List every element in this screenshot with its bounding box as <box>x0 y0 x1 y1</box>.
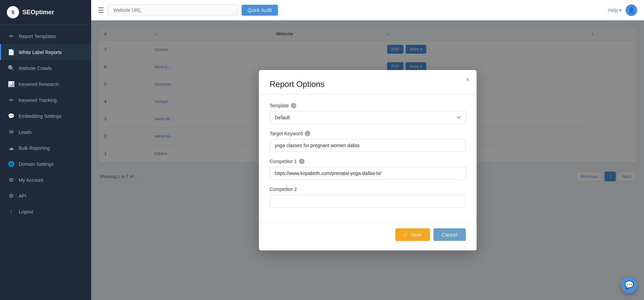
sidebar-item-white-label-reports[interactable]: 📄 White Label Reports <box>0 44 91 60</box>
help-chevron-icon: ▾ <box>619 7 622 13</box>
menu-icon[interactable]: ☰ <box>98 6 104 14</box>
sidebar: S SEOptimer ✏ Report Templates 📄 White L… <box>0 0 91 300</box>
template-label: Template i <box>270 103 466 108</box>
competitor2-label: Competitor 2 <box>270 187 466 192</box>
sidebar-item-my-account[interactable]: ⚙ My Account <box>0 172 91 188</box>
sidebar-item-embedding-settings[interactable]: 💬 Embedding Settings <box>0 108 91 124</box>
brand-logo[interactable]: S SEOptimer <box>0 0 91 25</box>
checkmark-icon: ✓ <box>403 232 408 237</box>
main-area: ☰ Quick Audit Help ▾ 👤 # ↕ Website ↕ ↕ <box>91 0 644 300</box>
modal-title: Report Options <box>270 80 466 89</box>
competitor2-input[interactable] <box>270 195 466 208</box>
sidebar-item-label: Embedding Settings <box>19 113 61 119</box>
content-area: # ↕ Website ↕ ↕ 7 localra... PDF More ▾ <box>91 20 644 300</box>
sidebar-item-keyword-research[interactable]: 📊 Keyword Research <box>0 76 91 92</box>
sidebar-item-label: Keyword Research <box>19 82 59 87</box>
my-account-icon: ⚙ <box>8 177 15 183</box>
sidebar-nav: ✏ Report Templates 📄 White Label Reports… <box>0 25 91 300</box>
template-group: Template i Default <box>270 103 466 124</box>
logo-text: SEOptimer <box>22 9 54 16</box>
help-menu[interactable]: Help ▾ <box>608 7 622 13</box>
sidebar-item-label: Bulk Reporting <box>19 145 50 151</box>
sidebar-item-label: Logout <box>19 209 33 214</box>
logout-icon: ↑ <box>8 209 15 215</box>
embedding-settings-icon: 💬 <box>8 113 15 119</box>
report-options-modal: Report Options × Template i Default <box>259 70 477 250</box>
sidebar-item-label: Domain Settings <box>19 161 54 167</box>
target-keyword-label: Target Keyword i <box>270 131 466 136</box>
white-label-reports-icon: 📄 <box>8 49 15 55</box>
target-keyword-group: Target Keyword i <box>270 131 466 152</box>
report-templates-icon: ✏ <box>8 33 15 39</box>
modal-close-button[interactable]: × <box>466 76 470 83</box>
sidebar-item-bulk-reporting[interactable]: ☁ Bulk Reporting <box>0 140 91 156</box>
sidebar-item-label: Leads <box>19 129 32 135</box>
sidebar-item-leads[interactable]: ✉ Leads <box>0 124 91 140</box>
sidebar-item-label: My Account <box>19 177 43 183</box>
keyword-research-icon: 📊 <box>8 81 15 87</box>
sidebar-item-label: Website Crawls <box>19 66 52 71</box>
sidebar-item-label: White Label Reports <box>19 50 62 55</box>
help-label: Help <box>608 7 618 13</box>
sidebar-item-api[interactable]: ⚙ API <box>0 188 91 204</box>
cancel-button[interactable]: Cancel <box>433 228 466 241</box>
sidebar-item-label: Keyword Tracking <box>19 98 56 103</box>
modal-overlay[interactable]: Report Options × Template i Default <box>91 20 644 300</box>
leads-icon: ✉ <box>8 129 15 135</box>
template-select[interactable]: Default <box>270 111 466 124</box>
website-crawls-icon: 🔍 <box>8 65 15 71</box>
competitor1-input[interactable] <box>270 167 466 180</box>
competitor2-group: Competitor 2 <box>270 187 466 208</box>
target-keyword-input[interactable] <box>270 139 466 152</box>
competitor1-label: Competitor 1 i <box>270 159 466 164</box>
sidebar-item-report-templates[interactable]: ✏ Report Templates <box>0 28 91 44</box>
bulk-reporting-icon: ☁ <box>8 145 15 151</box>
topbar: ☰ Quick Audit Help ▾ 👤 <box>91 0 644 20</box>
domain-settings-icon: 🌐 <box>8 161 15 167</box>
sidebar-item-domain-settings[interactable]: 🌐 Domain Settings <box>0 156 91 172</box>
api-icon: ⚙ <box>8 193 15 199</box>
sidebar-item-website-crawls[interactable]: 🔍 Website Crawls <box>0 60 91 76</box>
website-url-input[interactable] <box>108 4 237 16</box>
save-button[interactable]: ✓ Save <box>395 228 430 241</box>
sidebar-item-logout[interactable]: ↑ Logout <box>0 204 91 219</box>
keyword-info-icon[interactable]: i <box>305 131 310 136</box>
modal-footer: ✓ Save Cancel <box>259 223 477 250</box>
keyword-tracking-icon: ✏ <box>8 97 15 103</box>
modal-body: Template i Default Target Keyword i <box>259 95 477 223</box>
sidebar-item-label: Report Templates <box>19 34 56 39</box>
modal-header: Report Options × <box>259 70 477 95</box>
competitor1-group: Competitor 1 i <box>270 159 466 180</box>
user-avatar[interactable]: 👤 <box>626 4 637 16</box>
quick-audit-button[interactable]: Quick Audit <box>242 5 278 16</box>
sidebar-item-label: API <box>19 193 27 199</box>
logo-icon: S <box>7 6 19 18</box>
template-info-icon[interactable]: i <box>291 103 296 108</box>
competitor1-info-icon[interactable]: i <box>299 159 304 164</box>
sidebar-item-keyword-tracking[interactable]: ✏ Keyword Tracking <box>0 92 91 108</box>
chat-bubble[interactable]: 💬 <box>621 277 637 293</box>
